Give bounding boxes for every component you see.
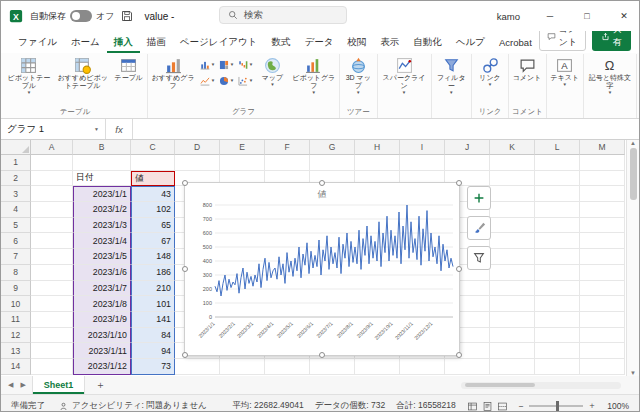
ribbon-button-filter[interactable]: フィルター▼: [433, 55, 470, 95]
cell-K1[interactable]: [490, 155, 535, 171]
cell-A10[interactable]: [31, 296, 73, 312]
row-header-2[interactable]: 2: [1, 171, 31, 187]
cell-L7[interactable]: [535, 249, 580, 265]
ribbon-tab-10[interactable]: ヘルプ: [449, 31, 492, 53]
row-header-9[interactable]: 9: [1, 281, 31, 297]
row-header-12[interactable]: 12: [1, 328, 31, 344]
ribbon-tab-7[interactable]: 校閲: [340, 31, 373, 53]
ribbon-button-scatter-chart[interactable]: ▼: [236, 73, 254, 88]
chart-selection-handle[interactable]: [456, 352, 462, 358]
chart-selection-handle[interactable]: [182, 180, 188, 186]
ribbon-button-link[interactable]: リンク▼: [473, 55, 507, 87]
cell-K8[interactable]: [490, 265, 535, 281]
cell-K7[interactable]: [490, 249, 535, 265]
view-page-break-icon[interactable]: [497, 401, 508, 412]
cell-K10[interactable]: [490, 296, 535, 312]
cell-K11[interactable]: [490, 312, 535, 328]
formula-input[interactable]: [133, 119, 639, 139]
column-header-K[interactable]: K: [490, 140, 535, 155]
vertical-scroll-thumb[interactable]: [630, 148, 637, 200]
cell-M2[interactable]: [580, 171, 625, 187]
cell-B6[interactable]: 2023/1/4: [73, 233, 131, 249]
cell-L10[interactable]: [535, 296, 580, 312]
minimize-button[interactable]: ─: [535, 1, 565, 31]
cell-A3[interactable]: [31, 186, 73, 202]
cell-M3[interactable]: [580, 186, 625, 202]
column-header-A[interactable]: A: [31, 140, 73, 155]
ribbon-button-pivot-chart[interactable]: ピボットグラフ▼: [289, 55, 338, 95]
column-header-G[interactable]: G: [310, 140, 355, 155]
cell-B12[interactable]: 2023/1/10: [73, 328, 131, 344]
cell-C2[interactable]: 値: [131, 171, 175, 187]
ribbon-button-table[interactable]: テーブル: [112, 55, 146, 82]
column-header-H[interactable]: H: [355, 140, 400, 155]
cell-C6[interactable]: 67: [131, 233, 175, 249]
cell-L5[interactable]: [535, 218, 580, 234]
cell-C4[interactable]: 102: [131, 202, 175, 218]
cell-A13[interactable]: [31, 343, 73, 359]
cell-B13[interactable]: 2023/1/11: [73, 343, 131, 359]
cell-L3[interactable]: [535, 186, 580, 202]
ribbon-button-column-chart[interactable]: ▼: [198, 57, 216, 72]
cell-M4[interactable]: [580, 202, 625, 218]
row-header-10[interactable]: 10: [1, 296, 31, 312]
cell-B2[interactable]: 日付: [73, 171, 131, 187]
zoom-slider[interactable]: [529, 405, 583, 408]
column-header-F[interactable]: F: [265, 140, 310, 155]
column-header-I[interactable]: I: [400, 140, 445, 155]
cell-K2[interactable]: [490, 171, 535, 187]
cell-C10[interactable]: 101: [131, 296, 175, 312]
cell-B3[interactable]: 2023/1/1: [73, 186, 131, 202]
cell-C14[interactable]: 73: [131, 359, 175, 375]
cell-M14[interactable]: [580, 359, 625, 375]
cell-C11[interactable]: 141: [131, 312, 175, 328]
row-header-11[interactable]: 11: [1, 312, 31, 328]
maximize-button[interactable]: □: [572, 1, 602, 31]
ribbon-tab-6[interactable]: データ: [297, 31, 340, 53]
cell-K9[interactable]: [490, 281, 535, 297]
ribbon-button-pivot-table[interactable]: ピボットテーブル▼: [4, 55, 54, 95]
chart-selection-handle[interactable]: [182, 266, 188, 272]
name-box[interactable]: グラフ 1 ▼: [1, 119, 106, 139]
ribbon-tab-8[interactable]: 表示: [373, 31, 406, 53]
cell-C1[interactable]: [131, 155, 175, 171]
cell-E1[interactable]: [220, 155, 265, 171]
ribbon-tab-1[interactable]: ホーム: [64, 31, 107, 53]
cell-M9[interactable]: [580, 281, 625, 297]
ribbon-button-maps[interactable]: マップ▼: [255, 55, 289, 87]
cell-B4[interactable]: 2023/1/2: [73, 202, 131, 218]
cell-L9[interactable]: [535, 281, 580, 297]
horizontal-scrollbar[interactable]: [461, 382, 621, 389]
cell-L1[interactable]: [535, 155, 580, 171]
view-page-layout-icon[interactable]: [482, 401, 493, 412]
cell-L2[interactable]: [535, 171, 580, 187]
cell-H1[interactable]: [355, 155, 400, 171]
cell-L6[interactable]: [535, 233, 580, 249]
user-name[interactable]: kamo: [489, 11, 528, 22]
ribbon-tab-9[interactable]: 自動化: [406, 31, 449, 53]
ribbon-tab-0[interactable]: ファイル: [11, 31, 64, 53]
cell-C8[interactable]: 186: [131, 265, 175, 281]
cell-A6[interactable]: [31, 233, 73, 249]
cell-F14[interactable]: [265, 359, 310, 375]
column-header-B[interactable]: B: [73, 140, 131, 155]
cell-J14[interactable]: [445, 359, 490, 375]
ribbon-tab-3[interactable]: 描画: [140, 31, 173, 53]
ribbon-tab-2[interactable]: 挿入: [107, 31, 140, 53]
cell-A7[interactable]: [31, 249, 73, 265]
row-header-7[interactable]: 7: [1, 249, 31, 265]
cell-A4[interactable]: [31, 202, 73, 218]
zoom-slider-thumb[interactable]: [556, 401, 559, 411]
row-header-14[interactable]: 14: [1, 359, 31, 375]
accessibility-status[interactable]: アクセシビリティ: 問題ありません: [59, 400, 207, 412]
chart-styles-button[interactable]: [467, 216, 491, 240]
search-box[interactable]: 検索: [219, 6, 347, 24]
cell-C5[interactable]: 65: [131, 218, 175, 234]
ribbon-button-comment[interactable]: コメント: [510, 55, 544, 82]
cell-B5[interactable]: 2023/1/3: [73, 218, 131, 234]
zoom-in-button[interactable]: ＋: [588, 400, 597, 412]
ribbon-button-hierarchy-chart[interactable]: ▼: [217, 57, 235, 72]
cell-G14[interactable]: [310, 359, 355, 375]
cell-K13[interactable]: [490, 343, 535, 359]
cell-A9[interactable]: [31, 281, 73, 297]
